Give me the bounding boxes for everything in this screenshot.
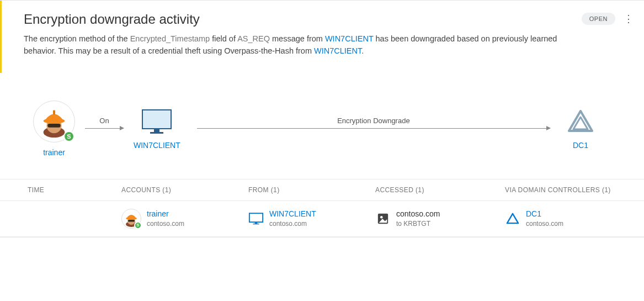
svg-rect-2 [47, 124, 60, 128]
more-options-icon[interactable]: ⋮ [623, 14, 634, 24]
cell-from: WIN7CLIENT contoso.com [248, 209, 375, 228]
presence-badge-icon: S [134, 221, 142, 229]
user-avatar: S [33, 101, 75, 142]
user-node-label: trainer [43, 148, 65, 157]
source-client-link[interactable]: WIN7CLIENT [314, 46, 361, 55]
col-header-dc: VIA DOMAIN CONTROLLERS (1) [505, 186, 616, 194]
source-node-label: WIN7CLIENT [134, 141, 180, 150]
encrypted-field: Encrypted_Timestamp [130, 34, 210, 43]
message-type: AS_REQ [237, 34, 270, 43]
source-node[interactable]: WIN7CLIENT [134, 108, 180, 150]
col-header-accounts: ACCOUNTS (1) [121, 186, 248, 194]
cell-accessed: contoso.com to KRBTGT [375, 209, 505, 228]
cell-account: S trainer contoso.com [121, 209, 248, 229]
downgrade-arrow-label: Encryption Downgrade [337, 117, 410, 125]
dc-triangle-icon [567, 108, 594, 135]
svg-point-3 [44, 118, 65, 124]
target-node[interactable]: DC1 [567, 108, 594, 150]
small-user-avatar: S [121, 209, 141, 229]
dc-name[interactable]: DC1 [526, 209, 563, 219]
alert-description: The encryption method of the Encrypted_T… [24, 33, 587, 57]
accessed-target: contoso.com [396, 209, 440, 219]
svg-point-11 [126, 217, 137, 220]
dc-small-icon [505, 211, 520, 226]
target-node-label: DC1 [573, 141, 588, 150]
col-header-accessed: ACCESSED (1) [375, 186, 505, 194]
dc-domain: contoso.com [526, 219, 563, 228]
attack-diagram: S trainer On WIN7CLIENT Encryption Downg… [0, 73, 644, 179]
monitor-icon [140, 108, 173, 135]
table-header-row: TIME ACCOUNTS (1) FROM (1) ACCESSED (1) … [0, 179, 644, 201]
monitor-small-icon [248, 211, 264, 226]
svg-rect-13 [255, 222, 258, 224]
desc-text: field of [210, 34, 237, 43]
presence-badge-icon: S [63, 131, 74, 142]
status-badge[interactable]: OPEN [582, 13, 615, 25]
on-arrow: On [85, 117, 124, 129]
svg-rect-4 [53, 110, 55, 115]
from-domain: contoso.com [269, 219, 316, 228]
svg-rect-7 [150, 132, 163, 134]
col-header-time: TIME [28, 186, 121, 194]
arrow-line-icon [197, 128, 550, 129]
svg-rect-6 [154, 129, 159, 132]
desc-text: message from [270, 34, 325, 43]
source-client-link[interactable]: WIN7CLIENT [325, 34, 374, 43]
downgrade-arrow: Encryption Downgrade [197, 117, 550, 141]
alert-card: OPEN ⋮ Encryption downgrade activity The… [0, 0, 644, 237]
svg-rect-5 [142, 110, 171, 129]
table-row[interactable]: S trainer contoso.com WIN7CLIENT [0, 201, 644, 237]
alert-title: Encryption downgrade activity [24, 12, 622, 27]
details-table: TIME ACCOUNTS (1) FROM (1) ACCESSED (1) … [0, 179, 644, 237]
account-name[interactable]: trainer [147, 209, 184, 219]
account-domain: contoso.com [147, 219, 184, 228]
desc-text: The encryption method of the [24, 34, 130, 43]
cell-dc: DC1 contoso.com [505, 209, 616, 228]
col-header-from: FROM (1) [248, 186, 375, 194]
desc-text: . [361, 46, 364, 55]
accessed-sub: to KRBTGT [396, 219, 440, 228]
svg-rect-14 [253, 224, 259, 224]
arrow-line-icon [85, 128, 124, 129]
svg-point-16 [380, 216, 383, 219]
svg-rect-10 [128, 220, 135, 222]
from-name[interactable]: WIN7CLIENT [269, 209, 316, 219]
svg-rect-12 [249, 213, 263, 222]
alert-header: OPEN ⋮ Encryption downgrade activity The… [0, 1, 644, 73]
resource-icon [375, 211, 391, 226]
on-arrow-label: On [99, 117, 109, 125]
user-node[interactable]: S trainer [33, 101, 75, 157]
